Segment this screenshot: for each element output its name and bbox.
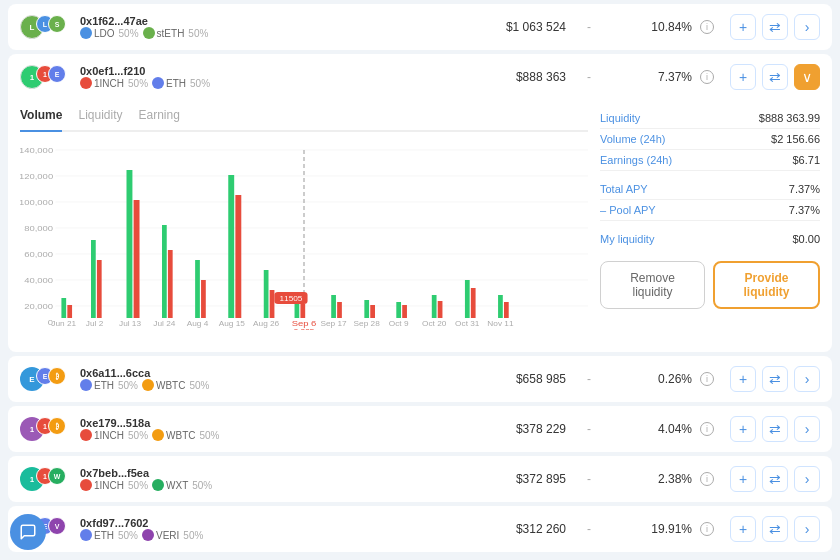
t2d5 (152, 479, 164, 491)
svg-text:Oct 9: Oct 9 (389, 320, 409, 328)
dash-5: - (574, 472, 604, 486)
info-icon-6[interactable]: i (700, 522, 714, 536)
svg-rect-45 (504, 302, 509, 318)
settings-btn-5[interactable]: ⇄ (762, 466, 788, 492)
action-btns-1: + ⇄ › (730, 14, 820, 40)
info-icon-2[interactable]: i (700, 70, 714, 84)
svg-text:Jun 21: Jun 21 (51, 320, 76, 328)
svg-text:140,000: 140,000 (20, 146, 53, 155)
stat-volume-label: Volume (24h) (600, 133, 665, 145)
liquidity-1: $1 063 524 (476, 20, 566, 34)
expand-btn-5[interactable]: › (794, 466, 820, 492)
settings-btn-6[interactable]: ⇄ (762, 516, 788, 542)
stat-liquidity: Liquidity $888 363.99 (600, 108, 820, 129)
svg-text:100,000: 100,000 (20, 198, 53, 207)
t1d6 (80, 529, 92, 541)
svg-rect-34 (331, 295, 336, 318)
chart-svg: 140,000 120,000 100,000 80,000 60,000 40… (20, 140, 588, 330)
info-icon-5[interactable]: i (700, 472, 714, 486)
settings-btn-2[interactable]: ⇄ (762, 64, 788, 90)
address-info-4: 0xe179...518a 1INCH 50% WBTC 50% (80, 417, 220, 441)
chart-section: Volume Liquidity Earning (20, 108, 588, 340)
t2-4: WBTC 50% (152, 429, 219, 441)
svg-rect-23 (195, 260, 200, 318)
svg-text:120,000: 120,000 (20, 172, 53, 181)
svg-text:80,000: 80,000 (24, 224, 53, 233)
expand-btn-6[interactable]: › (794, 516, 820, 542)
svg-rect-41 (438, 301, 443, 318)
action-btns-3: + ⇄ › (730, 366, 820, 392)
expand-btn-1[interactable]: › (794, 14, 820, 40)
tab-liquidity[interactable]: Liquidity (78, 108, 122, 126)
address-info-6: 0xfd97...7602 ETH 50% VERI 50% (80, 517, 220, 541)
pool-row-2: 1 1 E 0x0ef1...f210 1INCH 50% ETH 50% (8, 54, 832, 352)
info-icon-3[interactable]: i (700, 372, 714, 386)
token-pair-2: 1INCH 50% ETH 50% (80, 77, 220, 89)
svg-rect-27 (264, 270, 269, 318)
token-icons-3: E E ₿ (20, 367, 72, 391)
svg-text:Sep 6: Sep 6 (292, 319, 317, 328)
t1d5 (80, 479, 92, 491)
tab-earning[interactable]: Earning (138, 108, 179, 126)
stat-volume-value: $2 156.66 (771, 133, 820, 145)
t1-5: 1INCH 50% (80, 479, 148, 491)
remove-liquidity-btn[interactable]: Remove liquidity (600, 261, 705, 309)
stat-earnings: Earnings (24h) $6.71 (600, 150, 820, 171)
info-icon-1[interactable]: i (700, 20, 714, 34)
svg-text:Sep 17: Sep 17 (320, 320, 346, 328)
tab-volume[interactable]: Volume (20, 108, 62, 132)
stats-section: Liquidity $888 363.99 Volume (24h) $2 15… (600, 108, 820, 340)
action-btns-4: + ⇄ › (730, 416, 820, 442)
dash-1: - (574, 20, 604, 34)
stat-total-apy-value: 7.37% (789, 183, 820, 195)
token-icons-5: 1 1 W (20, 467, 72, 491)
svg-text:20,000: 20,000 (24, 302, 53, 311)
apy-6: 19.91% (612, 522, 692, 536)
info-icon-4[interactable]: i (700, 422, 714, 436)
apy-3: 0.26% (612, 372, 692, 386)
stat-liquidity-label: Liquidity (600, 112, 640, 124)
stat-volume: Volume (24h) $2 156.66 (600, 129, 820, 150)
settings-btn-1[interactable]: ⇄ (762, 14, 788, 40)
svg-rect-17 (91, 240, 96, 318)
svg-rect-35 (337, 302, 342, 318)
svg-rect-44 (498, 295, 503, 318)
stat-liquidity-value: $888 363.99 (759, 112, 820, 124)
token2-dot-2 (152, 77, 164, 89)
expand-btn-3[interactable]: › (794, 366, 820, 392)
action-btns-2: + ⇄ ∨ (730, 64, 820, 90)
settings-btn-4[interactable]: ⇄ (762, 416, 788, 442)
add-btn-6[interactable]: + (730, 516, 756, 542)
svg-text:60,000: 60,000 (24, 250, 53, 259)
t2i4: ₿ (48, 417, 66, 435)
t1-4: 1INCH 50% (80, 429, 148, 441)
token2-icon-2: E (48, 65, 66, 83)
token2-dot-1 (143, 27, 155, 39)
add-btn-2[interactable]: + (730, 64, 756, 90)
pool-row-6: E E V 0xfd97...7602 ETH 50% VERI 50% $31… (8, 506, 832, 552)
svg-rect-43 (471, 288, 476, 318)
token-pair-5: 1INCH 50% WXT 50% (80, 479, 220, 491)
provide-liquidity-btn[interactable]: Provide liquidity (713, 261, 820, 309)
token1-2: 1INCH 50% (80, 77, 148, 89)
expand-btn-2[interactable]: ∨ (794, 64, 820, 90)
chart-tabs: Volume Liquidity Earning (20, 108, 588, 132)
pool-row-4: 1 1 ₿ 0xe179...518a 1INCH 50% WBTC 50% $… (8, 406, 832, 452)
settings-btn-3[interactable]: ⇄ (762, 366, 788, 392)
chart-area: 140,000 120,000 100,000 80,000 60,000 40… (20, 140, 588, 340)
add-btn-3[interactable]: + (730, 366, 756, 392)
add-btn-4[interactable]: + (730, 416, 756, 442)
stat-earnings-value: $6.71 (792, 154, 820, 166)
add-btn-5[interactable]: + (730, 466, 756, 492)
stat-my-liquidity-value: $0.00 (792, 233, 820, 245)
apy-5: 2.38% (612, 472, 692, 486)
chat-button[interactable] (10, 514, 46, 550)
apy-4: 4.04% (612, 422, 692, 436)
address-info-3: 0x6a11...6cca ETH 50% WBTC 50% (80, 367, 220, 391)
svg-text:Aug 15: Aug 15 (219, 320, 245, 328)
expand-btn-4[interactable]: › (794, 416, 820, 442)
svg-rect-20 (134, 200, 140, 318)
add-btn-1[interactable]: + (730, 14, 756, 40)
action-btns-6: + ⇄ › (730, 516, 820, 542)
address-info-5: 0x7beb...f5ea 1INCH 50% WXT 50% (80, 467, 220, 491)
